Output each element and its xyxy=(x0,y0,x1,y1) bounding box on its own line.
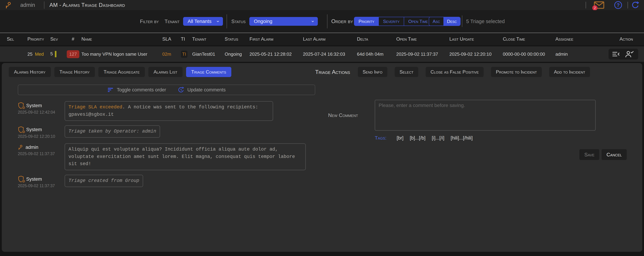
cell-sla: 02m xyxy=(162,52,181,57)
update-comments-button[interactable]: Update comments xyxy=(178,86,226,93)
divider xyxy=(462,16,462,27)
col-count: # xyxy=(65,36,82,42)
tag-br[interactable]: [br] xyxy=(396,135,404,141)
cell-name: Too many VPN logon same User xyxy=(82,52,162,57)
selection-count: 5 Triage selected xyxy=(466,19,505,24)
col-action: Action xyxy=(608,36,644,42)
status-dropdown[interactable]: Ongoing xyxy=(249,17,318,26)
user-avatar-icon[interactable] xyxy=(5,2,12,9)
comment-bubble: Triage SLA exceeded. A notice was sent t… xyxy=(65,101,273,121)
save-button[interactable]: Save xyxy=(579,149,599,160)
order-option-priority[interactable]: Priority xyxy=(354,17,378,26)
cell-ti: TI xyxy=(181,51,192,58)
comment-author: System xyxy=(26,103,42,108)
col-name: Name xyxy=(82,36,162,42)
tag-italic[interactable]: [i]...[/i] xyxy=(432,135,444,141)
filter-by-label: Filter by xyxy=(140,19,159,24)
tab-triage-history[interactable]: Triage History xyxy=(54,67,95,77)
col-sel: Sel xyxy=(7,36,28,42)
comment-meta: ⚙ System 2025-09-02 12:42:04 xyxy=(18,101,65,115)
cell-first-alarm: 2025-05-21 12:28:02 xyxy=(250,52,303,57)
sort-desc-button[interactable]: Desc xyxy=(444,17,460,26)
divider xyxy=(44,2,44,9)
promote-to-incident-button[interactable]: Promote to Incident xyxy=(491,67,542,77)
col-priority: Priority xyxy=(28,36,50,42)
comment-bubble: Triage created from Group xyxy=(65,175,143,187)
refresh-icon[interactable] xyxy=(631,1,640,9)
cancel-button[interactable]: Cancel xyxy=(602,149,627,160)
col-status: Status xyxy=(225,36,250,42)
comments-toolbar: Toggle comments order Update comments xyxy=(18,85,315,95)
select-button[interactable]: Select xyxy=(395,67,418,77)
username[interactable]: admin xyxy=(20,2,35,8)
tab-triage-comments[interactable]: Triage Comments xyxy=(186,67,232,77)
severity-bar xyxy=(55,51,56,57)
system-shield-icon: ⚙ xyxy=(18,175,24,183)
status-dropdown-value: Ongoing xyxy=(254,19,272,24)
comment-meta: ⚙ System 2025-09-02 11:37:37 xyxy=(18,175,65,188)
col-sla: SLA xyxy=(162,36,181,42)
table-row[interactable]: 25Med 5 127 Too many VPN logon same User… xyxy=(0,46,644,62)
cell-action xyxy=(608,49,644,60)
comment-item: ⚙ System 2025-09-02 12:42:04 Triage SLA … xyxy=(18,101,322,121)
chevron-down-icon xyxy=(216,20,220,23)
order-option-severity[interactable]: Severity xyxy=(378,17,404,26)
add-to-incident-button[interactable]: Add to Incident xyxy=(549,67,590,77)
comment-bubble: Triage taken by Operator: admin xyxy=(65,125,160,138)
system-shield-icon: ⚙ xyxy=(18,102,24,109)
divider xyxy=(586,2,586,9)
col-assignee: Assignee xyxy=(556,36,608,42)
tag-bold[interactable]: [b]...[/b] xyxy=(410,135,426,141)
send-info-button[interactable]: Send Info xyxy=(358,67,387,77)
assign-user-check-icon[interactable] xyxy=(624,50,634,58)
sort-asc-button[interactable]: Asc xyxy=(429,17,444,26)
mail-icon[interactable]: 2 xyxy=(594,1,604,9)
cell-tenant: GianTest01 xyxy=(192,52,225,57)
tag-highlight[interactable]: [hili]...[/hili] xyxy=(450,135,472,141)
status-label: Status xyxy=(231,19,246,24)
row-action-box xyxy=(608,49,638,60)
tenant-dropdown-value: All Tenants xyxy=(188,19,212,24)
cell-sev: 5 xyxy=(50,51,65,57)
collapse-details-icon[interactable] xyxy=(612,50,620,58)
sort-order-icon xyxy=(107,87,114,92)
comment-item: admin 2025-09-02 11:37:37 Aliquip qui es… xyxy=(18,144,322,170)
comment-item: ⚙ System 2025-09-02 11:37:37 Triage crea… xyxy=(18,175,322,188)
toggle-comments-order-button[interactable]: Toggle comments order xyxy=(107,87,166,93)
tab-triage-aggregate[interactable]: Triage Aggregate xyxy=(98,67,145,77)
cell-last-alarm: 2025-07-24 16:32:03 xyxy=(303,52,357,57)
user-avatar-icon xyxy=(18,144,24,151)
col-last-alarm: Last Alarm xyxy=(303,36,357,42)
tab-alarms-history[interactable]: Alarms History xyxy=(9,67,51,77)
cell-open-time: 2025-09-02 11:37:37 xyxy=(396,52,449,57)
order-by-segmented: Priority Severity Open Time xyxy=(354,17,432,26)
cell-assignee: admin xyxy=(556,52,608,57)
order-option-open-time[interactable]: Open Time xyxy=(404,17,432,26)
triage-actions: Triage Actions Send Info Select Close as… xyxy=(315,67,590,77)
tags-row: Tags: [br] [b]...[/b] [i]...[/i] [hili].… xyxy=(375,135,472,141)
cell-delta: 64d 04h 04m xyxy=(357,52,396,57)
comment-meta: ⚙ System 2025-09-02 12:20:10 xyxy=(18,125,65,139)
tenant-dropdown[interactable]: All Tenants xyxy=(183,17,223,26)
comment-bubble: Aliquip qui est voluptate aliqua? Incidi… xyxy=(65,144,306,170)
col-open-time: Open Time xyxy=(396,36,449,42)
priority-label: Med xyxy=(35,52,44,57)
close-false-positive-button[interactable]: Close as False Positive xyxy=(426,67,484,77)
system-shield-icon: ⚙ xyxy=(18,126,24,134)
comment-author: System xyxy=(26,127,42,132)
cell-count: 127 xyxy=(65,50,82,58)
chevron-down-icon xyxy=(311,20,315,23)
divider xyxy=(226,14,227,28)
col-ti: TI xyxy=(181,36,192,42)
filter-bar: Filter by Tenant All Tenants Status Ongo… xyxy=(0,10,644,33)
page-title: AM - Alarms Triage Dashboard xyxy=(50,2,125,8)
col-sev: Sev xyxy=(50,36,65,42)
detail-tabs: Alarms History Triage History Triage Agg… xyxy=(9,67,231,77)
order-by-label: Order by xyxy=(331,18,353,25)
mail-badge: 2 xyxy=(592,5,598,11)
comment-timestamp: 2025-09-02 11:37:37 xyxy=(18,184,65,188)
new-comment-textarea[interactable] xyxy=(375,100,596,131)
tab-alarms-list[interactable]: Alarms List xyxy=(148,67,182,77)
help-icon[interactable]: ? xyxy=(614,1,622,9)
top-bar: admin AM - Alarms Triage Dashboard 2 ? xyxy=(0,0,644,10)
